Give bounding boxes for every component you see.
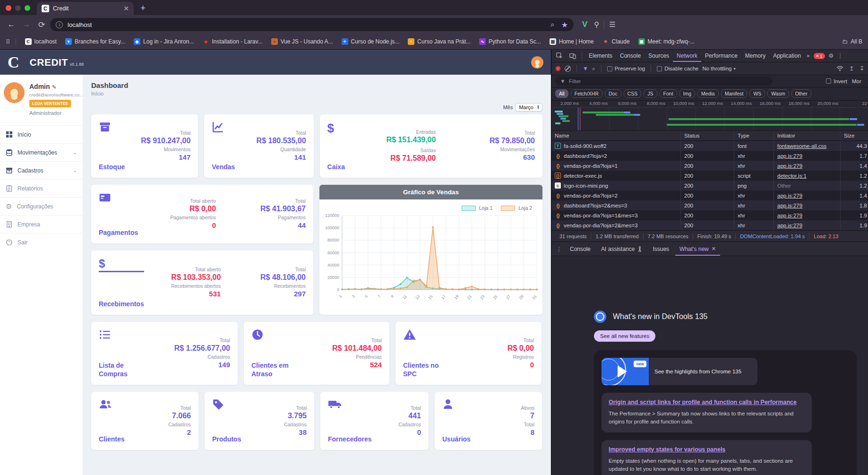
sidebar-item-movimentacoes[interactable]: Movimentações ⌄ [0,143,83,161]
apps-grid-icon[interactable]: ⠿ [6,38,11,45]
table-row[interactable]: Tfa-solid-900.woff2200fontfontawesome-al… [551,141,868,151]
preserve-log-checkbox[interactable]: Preserve log [607,66,645,71]
minimize-window-button[interactable] [15,5,21,11]
table-row[interactable]: {}vendas-por-dia?loja=2&mes=3200xhrapp.j… [551,220,868,230]
table-row[interactable]: {}vendas-por-dia?loja=1&mes=3200xhrapp.j… [551,210,868,220]
initiator-link[interactable]: app.js:279 [777,223,802,228]
error-count-badge[interactable]: ✕1 [814,53,825,59]
network-conditions-icon[interactable] [836,66,843,71]
filter-chip-fetch/xhr[interactable]: Fetch/XHR [571,89,602,98]
initiator-link[interactable]: fontawesome-all.css [777,143,826,149]
table-row[interactable]: clogo-icon-mini.png200pngOther1.2 [551,181,868,190]
network-overview-timeline[interactable]: 2,000 ms4,000 ms6,000 ms8,000 ms10,000 m… [551,101,868,131]
drawer-tab-whats-new[interactable]: What's new ✕ [675,242,720,256]
bookmark-item[interactable]: ✳Claude [598,36,634,47]
more-filters-label[interactable]: Mor [852,78,864,84]
filter-chip-media[interactable]: Media [697,89,719,98]
devtools-tab-console[interactable]: Console [616,50,645,62]
edit-profile-icon[interactable]: ✎ [52,84,56,90]
table-row[interactable]: {}dashboard?loja=2200xhrapp.js:2791.7 [551,151,868,161]
browser-tab[interactable]: C Credit ✕ [37,2,134,15]
devtools-tab-network[interactable]: Network [673,50,701,62]
bookmark-item[interactable]: ●Vue JS - Usando A... [267,36,337,47]
export-har-icon[interactable]: ↧ [859,65,864,72]
sidebar-item-sair[interactable]: Sair [0,233,83,251]
clear-network-icon[interactable] [565,66,571,72]
forward-icon[interactable]: → [20,18,33,31]
all-bookmarks-button[interactable]: 🗀 All B [842,38,862,45]
table-header[interactable]: Name Status Type Initiator Size [551,131,868,141]
header-avatar[interactable] [531,56,543,69]
import-har-icon[interactable]: ↥ [849,65,854,72]
window-controls[interactable] [0,5,37,15]
filter-chip-doc[interactable]: Doc [605,89,621,98]
zoom-page-icon[interactable]: ⌕ [550,20,554,29]
sidebar-item-configuracoes[interactable]: ⚙ Configurações [0,197,83,215]
disable-cache-checkbox[interactable]: Disable cache [657,66,698,71]
table-row[interactable]: {}dashboard?loja=2&mes=3200xhrapp.js:279… [551,200,868,210]
bookmark-item[interactable]: ▤Home | Home [545,36,598,47]
filter-chip-manifest[interactable]: Manifest [721,89,748,98]
initiator-link[interactable]: app.js:279 [777,153,802,159]
throttling-select[interactable]: No throttling▾ [702,66,735,71]
sidebar-item-empresa[interactable]: Empresa [0,215,83,233]
drawer-tab-issues[interactable]: Issues [648,242,673,256]
sidebar-item-inicio[interactable]: Início [0,125,83,143]
invert-checkbox[interactable]: Invert [826,78,847,84]
bookmark-item[interactable]: ▣Meet: mdg-zfwq-... [634,36,699,47]
vue-devtools-extension-icon[interactable]: V [582,20,587,29]
initiator-link[interactable]: app.js:279 [777,203,802,208]
drawer-tab-ai-assistance[interactable]: AI assistance [597,242,646,256]
sidebar-item-relatorios[interactable]: Relatórios [0,179,83,197]
devtools-tab-performance[interactable]: Performance [701,50,741,62]
bookmark-item[interactable]: ✦Curso de Node.js... [337,36,404,47]
filter-chip-ws[interactable]: WS [749,89,765,98]
close-drawer-tab-icon[interactable]: ✕ [712,246,716,252]
bookmark-item[interactable]: ∿Python for Data Sc... [475,36,545,47]
zoom-window-button[interactable] [25,5,30,11]
month-select[interactable]: Março ▴▾ [516,103,542,112]
back-icon[interactable]: ← [5,18,18,31]
video-thumbnail[interactable]: new [602,358,649,385]
browser-menu-icon[interactable]: ☰ [609,20,615,29]
address-bar[interactable]: i localhost ⌕ ★ [50,18,574,31]
reload-icon[interactable]: ⟳ [35,18,48,31]
section-heading-link[interactable]: Improved empty states for various panels [609,446,805,453]
initiator-link[interactable]: app.js:279 [777,163,802,169]
extensions-icon[interactable]: ⚲ [594,20,599,29]
sidebar-item-cadastros[interactable]: Cadastros ⌄ [0,161,83,179]
search-network-icon[interactable]: ⌕ [592,65,595,72]
initiator-link[interactable]: app.js:279 [777,193,802,199]
initiator-link[interactable]: detector.js:1 [777,173,807,179]
record-network-icon[interactable] [555,66,561,71]
bookmark-item[interactable]: ◈Installation - Larav... [198,36,266,47]
close-tab-icon[interactable]: ✕ [123,5,129,12]
device-toolbar-icon[interactable] [567,52,579,59]
new-tab-button[interactable]: + [134,3,152,15]
initiator-link[interactable]: app.js:279 [777,213,802,218]
bookmark-star-icon[interactable]: ★ [561,20,568,29]
close-window-button[interactable] [6,5,11,11]
filter-chip-img[interactable]: Img [679,89,696,98]
highlight-video-card[interactable]: new See the highlights from Chrome 135 [602,358,757,385]
filter-chip-font[interactable]: Font [660,89,677,98]
bookmark-item[interactable]: ◆Log in - Jira Anron... [129,36,198,47]
see-all-features-button[interactable]: See all new features [594,330,655,342]
inspect-element-icon[interactable] [553,52,566,59]
filter-chip-all[interactable]: All [555,89,568,98]
drawer-tab-console[interactable]: Console [566,242,595,256]
devtools-menu-icon[interactable]: ⋮ [837,52,843,59]
bookmark-item[interactable]: Clocalhost [21,36,61,47]
site-info-icon[interactable]: i [56,21,63,28]
filter-chip-other[interactable]: Other [791,89,811,98]
section-heading-link[interactable]: Origin and script links for profile and … [609,399,805,406]
filter-chip-js[interactable]: JS [644,89,657,98]
drawer-menu-icon[interactable]: ⋮ [556,246,562,252]
filter-chip-wasm[interactable]: Wasm [767,89,789,98]
devtools-tab-application[interactable]: Application [769,50,805,62]
filter-chip-css[interactable]: CSS [624,89,642,98]
devtools-tab-elements[interactable]: Elements [585,50,616,62]
filter-input[interactable]: ▼ Filter [555,77,773,86]
bookmark-item[interactable]: ●Curso Java na Prát... [404,36,475,47]
more-tabs-icon[interactable]: » [807,52,810,59]
